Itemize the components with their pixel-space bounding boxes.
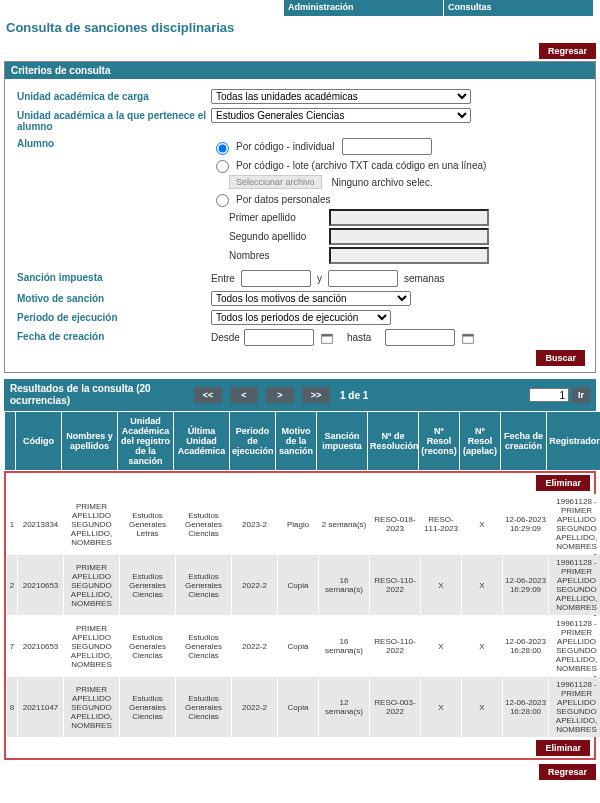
- table-cell: 2022-2: [232, 677, 277, 737]
- unidad-carga-select[interactable]: Todas las unidades académicas: [211, 89, 471, 104]
- segundo-apellido-input[interactable]: [329, 228, 489, 245]
- table-cell: Estudios Generales Letras: [120, 494, 175, 554]
- table-cell: 19961128 - PRIMER APELLIDO SEGUNDO APELL…: [549, 677, 600, 737]
- fecha-hasta-input[interactable]: [385, 329, 455, 346]
- calendar-icon[interactable]: [321, 332, 333, 344]
- hasta-label: hasta: [347, 332, 371, 343]
- results-rows: 120213834PRIMER APELLIDO SEGUNDO APELLID…: [6, 493, 600, 738]
- codigo-individual-input[interactable]: [342, 138, 432, 155]
- unidad-pert-select[interactable]: Estudios Generales Ciencias: [211, 108, 471, 123]
- table-cell: 2 semana(s): [319, 494, 369, 554]
- table-row: 120213834PRIMER APELLIDO SEGUNDO APELLID…: [7, 494, 600, 554]
- table-cell: X: [462, 616, 502, 676]
- table-row: 220210653PRIMER APELLIDO SEGUNDO APELLID…: [7, 555, 600, 615]
- nombres-label: Nombres: [229, 250, 325, 261]
- results-bar: Resultados de la consulta (20 ocurrencia…: [4, 379, 596, 411]
- sancion-max-input[interactable]: [328, 270, 398, 287]
- col-codigo: Código: [16, 412, 61, 470]
- pager-last[interactable]: >>: [302, 387, 330, 403]
- table-cell: 12-06-2023 16:29:09: [503, 494, 548, 554]
- radio-datos-personales[interactable]: [216, 194, 229, 207]
- fecha-label: Fecha de creación: [11, 329, 211, 342]
- entre-label: Entre: [211, 273, 235, 284]
- desde-label: Desde: [211, 332, 240, 343]
- page-info: 1 de 1: [340, 390, 368, 401]
- unidad-carga-label: Unidad académica de carga: [11, 89, 211, 102]
- radio-codigo-lote-label: Por código - lote (archivo TXT cada códi…: [236, 160, 486, 171]
- table-cell: X: [462, 555, 502, 615]
- pager-first[interactable]: <<: [194, 387, 222, 403]
- table-cell: RESO-018-2023: [370, 494, 420, 554]
- results-title: Resultados de la consulta (20 ocurrencia…: [10, 383, 190, 407]
- nav-admin[interactable]: Administración: [284, 0, 444, 16]
- nav-consultas[interactable]: Consultas: [444, 0, 594, 16]
- table-cell: RESO-110-2022: [370, 616, 420, 676]
- table-cell: 7: [7, 616, 17, 676]
- table-cell: Estudios Generales Ciencias: [120, 616, 175, 676]
- radio-datos-personales-label: Por datos personales: [236, 194, 331, 205]
- table-cell: Estudios Generales Ciencias: [120, 677, 175, 737]
- col-ureg: Unidad Académica del registro de la sanc…: [118, 412, 173, 470]
- table-cell: 2022-2: [232, 555, 277, 615]
- primer-apellido-input[interactable]: [329, 209, 489, 226]
- table-cell: X: [462, 494, 502, 554]
- table-cell: 12 semana(s): [319, 677, 369, 737]
- table-cell: Estudios Generales Ciencias: [176, 494, 231, 554]
- sancion-min-input[interactable]: [241, 270, 311, 287]
- radio-codigo-lote[interactable]: [216, 160, 229, 173]
- delete-button-bottom[interactable]: Eliminar: [536, 740, 590, 756]
- table-cell: 19961128 - PRIMER APELLIDO SEGUNDO APELL…: [549, 616, 600, 676]
- col-reso: Nº de Resolución: [368, 412, 418, 470]
- fecha-desde-input[interactable]: [244, 329, 314, 346]
- calendar-icon[interactable]: [462, 332, 474, 344]
- table-cell: 16 semana(s): [319, 555, 369, 615]
- table-cell: 16 semana(s): [319, 616, 369, 676]
- table-cell: 2: [7, 555, 17, 615]
- col-recons: Nº Resol (recons): [419, 412, 459, 470]
- criteria-header: Criterios de consulta: [5, 62, 595, 79]
- nombres-input[interactable]: [329, 247, 489, 264]
- pager-prev[interactable]: <: [230, 387, 258, 403]
- col-ult: Última Unidad Académica: [174, 412, 229, 470]
- search-button[interactable]: Buscar: [536, 350, 585, 366]
- table-cell: 2023-2: [232, 494, 277, 554]
- page-jump-go[interactable]: Ir: [572, 387, 590, 403]
- page-jump-input[interactable]: [529, 388, 569, 402]
- primer-apellido-label: Primer apellido: [229, 212, 325, 223]
- delete-button-top[interactable]: Eliminar: [536, 475, 590, 491]
- table-cell: 19961128 - PRIMER APELLIDO SEGUNDO APELL…: [549, 555, 600, 615]
- pager-next[interactable]: >: [266, 387, 294, 403]
- table-cell: 2022-2: [232, 616, 277, 676]
- page-title: Consulta de sanciones disciplinarias: [6, 20, 600, 35]
- radio-codigo-indiv-label: Por código - individual: [236, 141, 334, 152]
- table-cell: Plagio: [278, 494, 318, 554]
- sancion-label: Sanción impuesta: [11, 270, 211, 283]
- table-cell: 20213834: [18, 494, 63, 554]
- col-periodo: Periodo de ejecución: [230, 412, 275, 470]
- col-registrador: Registrador: [547, 412, 600, 470]
- results-highlight-box: Eliminar 120213834PRIMER APELLIDO SEGUND…: [4, 471, 596, 760]
- table-cell: Copia: [278, 616, 318, 676]
- motivo-select[interactable]: Todos los motivos de sanción: [211, 291, 411, 306]
- back-button-top[interactable]: Regresar: [539, 43, 596, 59]
- alumno-label: Alumno: [11, 136, 211, 149]
- table-cell: X: [421, 616, 461, 676]
- criteria-panel: Criterios de consulta Unidad académica d…: [4, 61, 596, 373]
- motivo-label: Motivo de sanción: [11, 291, 211, 304]
- select-file-button: Seleccionar archivo: [229, 175, 322, 189]
- table-cell: Copia: [278, 677, 318, 737]
- semanas-label: semanas: [404, 273, 445, 284]
- back-button-bottom[interactable]: Regresar: [539, 764, 596, 780]
- table-cell: X: [421, 555, 461, 615]
- radio-codigo-indiv[interactable]: [216, 142, 229, 155]
- segundo-apellido-label: Segundo apellido: [229, 231, 325, 242]
- table-cell: Copia: [278, 555, 318, 615]
- svg-rect-1: [322, 334, 333, 336]
- table-cell: Estudios Generales Ciencias: [176, 677, 231, 737]
- periodo-select[interactable]: Todos los periodos de ejecución: [211, 310, 391, 325]
- table-cell: PRIMER APELLIDO SEGUNDO APELLIDO, NOMBRE…: [64, 616, 119, 676]
- table-cell: RESO-110-2022: [370, 555, 420, 615]
- table-cell: RESO-111-2023: [421, 494, 461, 554]
- table-cell: X: [421, 677, 461, 737]
- col-nombres: Nombres y apellidos: [62, 412, 117, 470]
